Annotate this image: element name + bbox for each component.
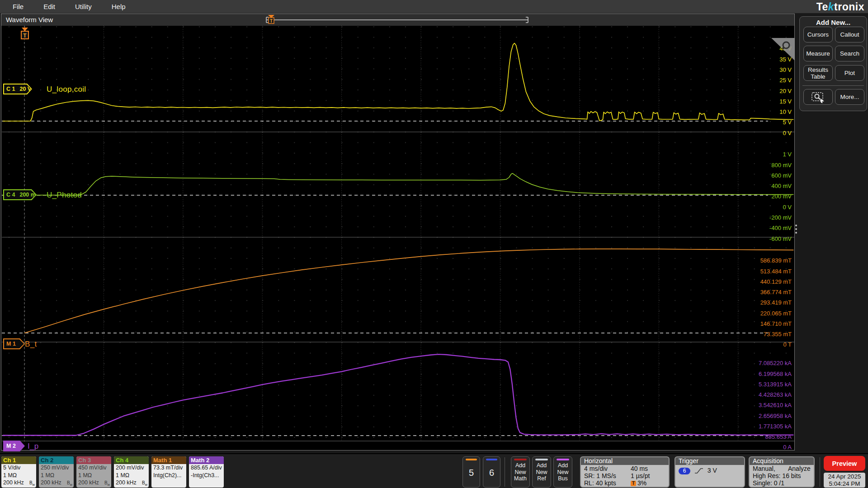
trigger-level: 3 V: [708, 467, 717, 474]
scope-button-6[interactable]: 6: [483, 456, 500, 488]
more-button[interactable]: More...: [835, 89, 864, 105]
bandwidth-limit-icon: Bw: [29, 479, 35, 488]
bottombar-divider: [820, 457, 820, 487]
card-row: 1 MΩ: [116, 472, 129, 479]
menu-item-edit[interactable]: Edit: [36, 3, 62, 10]
card-row: 885.65 A/div: [191, 465, 222, 471]
channel-badge-m1[interactable]: M 1: [3, 338, 25, 349]
acquisition-panel[interactable]: Acquisition Manual,Analyze High Res: 16 …: [749, 456, 815, 488]
scope-button-5[interactable]: 5: [462, 456, 480, 488]
trigger-mini-icon: T: [631, 481, 636, 486]
add-new-math-button[interactable]: AddNewMath: [511, 456, 530, 488]
acq-single-count: Single: 0 /1: [750, 479, 814, 487]
graticule-dots: [2, 26, 795, 441]
bandwidth-limit-icon: Bw: [104, 479, 110, 488]
channel-label-m1[interactable]: B_t: [25, 340, 37, 349]
add-new-callout-button[interactable]: Callout: [835, 27, 864, 42]
axis-ticks-m2: 7.085220 kA6.199568 kA5.313915 kA4.42826…: [715, 358, 792, 452]
axis-tick-label: 0 A: [715, 442, 792, 452]
zoom-select-button[interactable]: [803, 89, 833, 105]
sidebar-separator: [802, 85, 864, 86]
scope-button-number: 5: [463, 468, 480, 478]
logo-post: tronix: [834, 1, 864, 13]
menu-item-help[interactable]: Help: [104, 3, 133, 10]
menu-item-file[interactable]: File: [5, 3, 31, 10]
axis-tick-label: 2.656958 kA: [715, 411, 792, 421]
axis-tick-label: 35 V: [715, 54, 792, 65]
add-button-stripe: [514, 459, 527, 460]
waveform-plot-area[interactable]: T C 120 VU_loop,coil40 V35 V30 V25 V20 V…: [1, 26, 794, 441]
datetime-display[interactable]: 24 Apr 2025 5:04:24 PM: [824, 473, 865, 488]
channel-card-ch4[interactable]: Ch 4200 mV/div1 MΩ200 kHzBw: [114, 456, 149, 488]
horizontal-scale: 4 ms/div: [584, 465, 608, 472]
channel-label-ch1[interactable]: U_loop,coil: [47, 85, 86, 94]
add-new-cursors-button[interactable]: Cursors: [803, 27, 833, 42]
axis-tick-label: 440.129 mT: [715, 277, 792, 287]
horizontal-panel[interactable]: Horizontal 4 ms/div40 ms SR: 1 MS/s1 µs/…: [580, 456, 670, 488]
channel-badge-m2[interactable]: M 2: [3, 441, 25, 451]
add-button-line: Bus: [554, 475, 572, 482]
trigger-source-badge: 6: [679, 468, 690, 474]
axis-tick-label: 10 V: [715, 107, 792, 117]
menu-item-utility[interactable]: Utility: [68, 3, 99, 10]
waveform-traces-canvas: T: [2, 26, 795, 441]
add-new-search-button[interactable]: Search: [835, 46, 864, 61]
sample-interval: 1 µs/pt: [631, 472, 650, 479]
axis-tick-label: 0 V: [715, 128, 792, 138]
channel-card-ch3[interactable]: Ch 3450 mV/div1 MΩ200 kHzBw: [76, 456, 111, 488]
channel-card-math2[interactable]: Math 2885.65 A/div-Intg(Ch3...: [189, 456, 224, 488]
preview-button[interactable]: Preview: [824, 456, 865, 471]
add-button-line: Add: [533, 462, 551, 469]
card-title: Math 2: [189, 456, 224, 464]
svg-text:T: T: [270, 19, 273, 23]
axis-tick-label: 0 T: [715, 339, 792, 350]
zoom-select-icon: [811, 91, 826, 103]
logo-k: k: [828, 1, 834, 13]
record-view-bar[interactable]: T: [1, 14, 794, 26]
add-new-results-table-button[interactable]: Results Table: [803, 65, 833, 81]
add-new-ref-button[interactable]: AddNewRef: [532, 456, 551, 488]
card-row: 200 kHz: [3, 479, 24, 486]
card-row: 1 MΩ: [78, 472, 92, 479]
card-row: 250 mV/div: [41, 465, 69, 471]
logo-pre: Te: [816, 1, 828, 13]
card-row: 1 MΩ: [41, 472, 54, 479]
add-new-measure-button[interactable]: Measure: [803, 46, 833, 61]
axis-tick-label: 3.542610 kA: [715, 400, 792, 410]
rising-edge-icon: [694, 467, 704, 474]
trigger-position-percent: 3%: [637, 479, 646, 487]
axis-tick-label: 885.653 A: [715, 432, 792, 442]
card-row: 200 kHz: [116, 479, 137, 486]
axis-tick-label: 30 V: [715, 65, 792, 75]
card-title: Ch 3: [76, 456, 111, 464]
axis-tick-label: 6.199568 kA: [715, 369, 792, 379]
axis-ticks-m1: 586.839 mT513.484 mT440.129 mT366.774 mT…: [715, 255, 792, 350]
add-button-stripe: [535, 459, 548, 460]
channel-card-ch1[interactable]: Ch 15 V/div1 MΩ200 kHzBw: [1, 456, 36, 488]
channel-badge-ch4[interactable]: C 4200 mV: [3, 189, 37, 200]
add-new-plot-button[interactable]: Plot: [835, 65, 864, 81]
axis-tick-label: 1.771305 kA: [715, 421, 792, 432]
waveform-view-titlebar: Waveform View T: [1, 14, 794, 26]
axis-tick-label: 586.839 mT: [715, 255, 792, 266]
channel-label-ch4[interactable]: U_Photod: [47, 191, 82, 200]
badge-text: C 4: [4, 192, 17, 198]
trigger-panel[interactable]: Trigger 6 3 V: [675, 456, 745, 488]
card-row: 200 kHz: [78, 479, 99, 486]
axis-tick-label: 220.065 mT: [715, 308, 792, 319]
card-row: 1 MΩ: [3, 472, 17, 479]
add-button-line: New: [511, 469, 529, 476]
panel-splitter-handle[interactable]: [795, 225, 797, 235]
channel-badge-ch1[interactable]: C 120 V: [3, 84, 32, 94]
record-length: RL: 40 kpts: [584, 479, 616, 487]
channel-label-m2[interactable]: I_p: [28, 442, 39, 451]
add-new-bus-button[interactable]: AddNewBus: [553, 456, 572, 488]
axis-tick-label: 200 mV: [715, 191, 792, 202]
axis-tick-label: 5 V: [715, 117, 792, 127]
waveform-view: Waveform View T: [1, 14, 795, 450]
channel-card-math1[interactable]: Math 173.3 mT/divIntg(Ch2)...: [151, 456, 186, 488]
add-button-line: Add: [554, 462, 572, 469]
channel-card-ch2[interactable]: Ch 2250 mV/div1 MΩ200 kHzBw: [39, 456, 74, 488]
add-button-line: Math: [511, 475, 529, 482]
add-button-line: New: [533, 469, 551, 476]
